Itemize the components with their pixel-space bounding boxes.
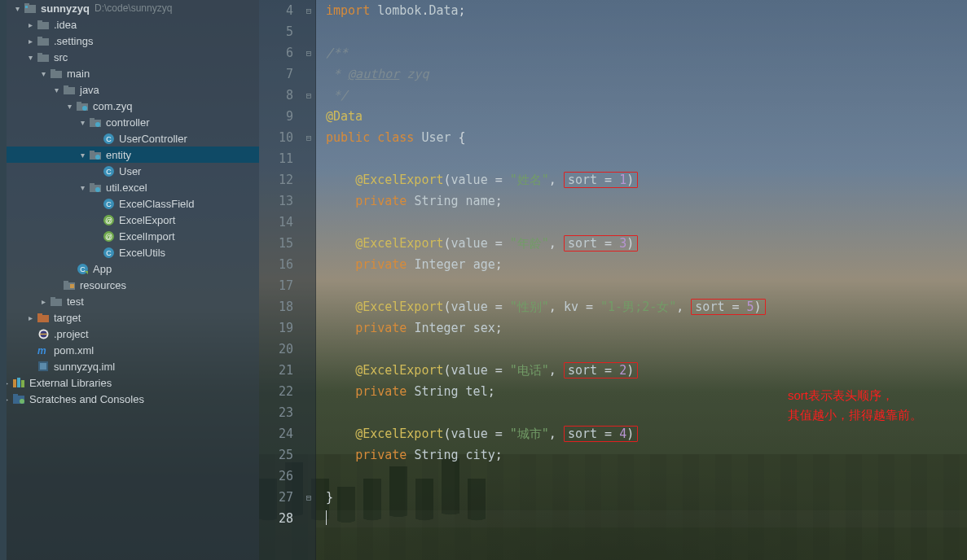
tree-item-label: entity [106,149,131,161]
tree-item-UserController[interactable]: ·CUserController [0,130,259,147]
code-line[interactable]: 18 @ExcelExport(value = "性别", kv = "1-男;… [259,296,967,317]
code-content[interactable]: public class User { [316,130,967,145]
code-line[interactable]: 4⊟import lombok.Data; [259,0,967,21]
caret-down-icon[interactable]: ▾ [24,53,36,62]
tree-item--settings[interactable]: ▸.settings [0,33,259,49]
folder-icon [36,37,51,46]
code-line[interactable]: 17 [259,275,967,296]
code-line[interactable]: 14 [259,212,967,233]
project-root[interactable]: ▾ sunnyzyq D:\code\sunnyzyq [0,0,259,16]
tree-item-label: util.excel [106,182,147,194]
code-content[interactable]: private String name; [316,194,967,208]
fold-toggle[interactable]: ⊟ [301,6,316,16]
svg-rect-42 [70,284,74,288]
code-content[interactable]: @ExcelExport(value = "电话", sort = 2) [316,363,967,378]
caret-down-icon[interactable]: ▾ [77,151,88,160]
caret-right-icon[interactable]: ▸ [24,37,36,46]
code-line[interactable]: 13 private String name; [259,190,967,212]
tree-item-target[interactable]: ▸target [0,309,259,326]
code-content[interactable]: import lombok.Data; [316,3,967,18]
code-content[interactable] [316,510,967,527]
code-editor[interactable]: 4⊟import lombok.Data;56⊟/**7 * @author z… [259,0,967,560]
code-line[interactable]: 21 @ExcelExport(value = "电话", sort = 2) [259,360,967,381]
tree-item-User[interactable]: ·CUser [0,163,259,179]
line-number: 23 [259,405,301,420]
code-content[interactable]: */ [316,88,967,103]
line-number: 10 [259,130,301,145]
code-line[interactable]: 28 [259,508,967,529]
tree-item-App[interactable]: ·CApp [0,260,259,277]
code-content[interactable]: @ExcelExport(value = "城市", sort = 4) [316,427,967,442]
code-content[interactable]: /** [316,46,967,60]
tree-item-entity[interactable]: ▾entity [0,147,259,163]
caret-right-icon[interactable]: ▸ [37,297,49,306]
code-content[interactable]: @Data [316,109,967,124]
code-line[interactable]: 16 private Integer age; [259,254,967,275]
tree-item-label: target [54,312,81,324]
tree-item-resources[interactable]: ·resources [0,277,259,293]
code-content[interactable]: private String city; [316,448,967,462]
folder-icon [36,20,51,29]
code-content[interactable]: private Integer age; [316,257,967,272]
fold-toggle[interactable]: ⊟ [301,90,316,101]
code-line[interactable]: 6⊟/** [259,42,967,63]
tree-item-com-zyq[interactable]: ▾com.zyq [0,98,259,114]
code-line[interactable]: 8⊟ */ [259,85,967,106]
caret-down-icon[interactable]: ▾ [51,85,62,94]
tree-item-label: .project [54,328,89,340]
code-content[interactable]: } [316,490,967,505]
code-line[interactable]: 12 @ExcelExport(value = "姓名", sort = 1) [259,169,967,190]
code-line[interactable]: 24 @ExcelExport(value = "城市", sort = 4) [259,423,967,444]
tree-item-pom-xml[interactable]: ·mpom.xml [0,342,259,358]
tree-item--idea[interactable]: ▸.idea [0,16,259,33]
tree-item-controller[interactable]: ▾controller [0,114,259,130]
code-content[interactable]: @ExcelExport(value = "姓名", sort = 1) [316,173,967,188]
code-line[interactable]: 11 [259,148,967,169]
code-line[interactable]: 20 [259,339,967,360]
tree-item-ExcelUtils[interactable]: ·CExcelUtils [0,244,259,260]
fold-toggle[interactable]: ⊟ [301,133,316,143]
tree-item-ExcelExport[interactable]: ·@ExcelExport [0,212,259,228]
caret-down-icon[interactable]: ▾ [77,183,88,192]
svg-point-28 [95,187,100,192]
caret-right-icon[interactable]: ▸ [24,20,36,29]
code-line[interactable]: 15 @ExcelExport(value = "年龄", sort = 3) [259,233,967,254]
tree-item-sunnyzyq-iml[interactable]: ·sunnyzyq.iml [0,358,259,374]
code-line[interactable]: 25 private String city; [259,444,967,466]
fold-toggle[interactable]: ⊟ [301,492,316,503]
project-tree-panel[interactable]: ▾ sunnyzyq D:\code\sunnyzyq ▸.idea▸.sett… [0,0,259,560]
scratches-consoles[interactable]: ▸ Scratches and Consoles [0,391,259,407]
tree-item-java[interactable]: ▾java [0,81,259,98]
project-root-name: sunnyzyq [41,2,90,15]
caret-down-icon[interactable]: ▾ [11,4,23,13]
tree-item-ExcelImport[interactable]: ·@ExcelImport [0,228,259,244]
code-content[interactable]: * @author zyq [316,67,967,81]
code-line[interactable]: 9@Data [259,106,967,127]
caret-down-icon[interactable]: ▾ [77,118,88,127]
external-libraries[interactable]: ▸ External Libraries [0,374,259,391]
tree-item--project[interactable]: ·.project [0,326,259,342]
tree-item-main[interactable]: ▾main [0,65,259,81]
code-content[interactable]: private Integer sex; [316,321,967,335]
folder-icon [49,69,64,78]
annotation-note-line2: 其值越小，排得越靠前。 [788,405,922,425]
code-line[interactable]: 10⊟public class User { [259,127,967,148]
caret-right-icon[interactable]: ▸ [24,313,36,322]
tree-item-label: test [67,295,84,308]
res-icon [62,281,77,290]
fold-toggle[interactable]: ⊟ [301,48,316,59]
caret-down-icon[interactable]: ▾ [37,69,49,78]
code-line[interactable]: 7 * @author zyq [259,63,967,85]
tree-item-test[interactable]: ▸test [0,293,259,309]
code-line[interactable]: 5 [259,21,967,42]
code-content[interactable]: @ExcelExport(value = "年龄", sort = 3) [316,236,967,252]
code-line[interactable]: 26 [259,466,967,487]
code-line[interactable]: 19 private Integer sex; [259,317,967,339]
tree-item-src[interactable]: ▾src [0,49,259,65]
tree-item-ExcelClassField[interactable]: ·CExcelClassField [0,195,259,212]
svg-rect-6 [37,37,42,39]
code-line[interactable]: 27⊟} [259,487,967,508]
tree-item-util-excel[interactable]: ▾util.excel [0,179,259,195]
code-content[interactable]: @ExcelExport(value = "性别", kv = "1-男;2-女… [316,300,967,315]
caret-down-icon[interactable]: ▾ [64,102,75,111]
